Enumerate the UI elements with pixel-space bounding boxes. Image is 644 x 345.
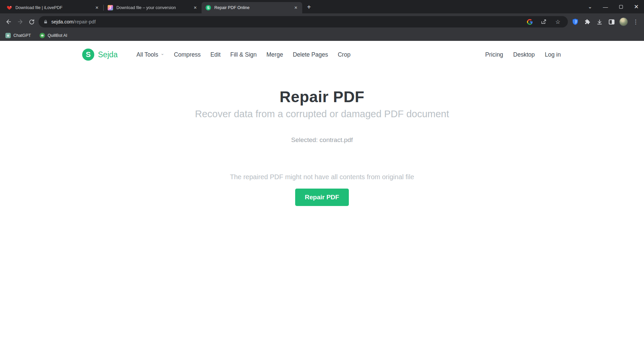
nav-link-pricing[interactable]: Pricing xyxy=(485,51,503,58)
address-bar[interactable]: sejda.com/repair-pdf ☆ xyxy=(39,16,568,27)
bookmarks-bar: ❋ ChatGPT QuillBot AI xyxy=(0,30,644,41)
tab-title: Download file – your conversion xyxy=(116,5,189,10)
nav-link-all-tools[interactable]: All Tools⌄ xyxy=(137,51,164,58)
url-text: sejda.com/repair-pdf xyxy=(51,19,96,24)
selected-file-label: Selected: contract.pdf xyxy=(0,136,644,144)
google-icon[interactable] xyxy=(524,16,535,27)
sejda-favicon: S xyxy=(206,5,211,10)
sejda-logo[interactable]: S Sejda xyxy=(82,49,118,61)
converter-icon: 2 xyxy=(108,5,113,10)
nav-left-group: S Sejda All Tools⌄ Compress Edit Fill & … xyxy=(82,49,351,61)
repair-pdf-button[interactable]: Repair PDF xyxy=(295,189,349,206)
shield-icon[interactable] xyxy=(570,16,581,27)
nav-link-login[interactable]: Log in xyxy=(545,51,561,58)
sejda-page: S Sejda All Tools⌄ Compress Edit Fill & … xyxy=(0,41,644,345)
bookmark-label: ChatGPT xyxy=(13,33,31,38)
downloads-icon[interactable] xyxy=(594,16,605,27)
url-path: /repair-pdf xyxy=(73,19,96,24)
extensions-puzzle-icon[interactable] xyxy=(582,16,593,27)
quillbot-icon xyxy=(40,33,45,38)
nav-link-crop[interactable]: Crop xyxy=(338,51,351,58)
browser-menu-icon[interactable]: ⋮ xyxy=(630,16,641,27)
forward-arrow-icon xyxy=(17,18,23,25)
browser-toolbar: sejda.com/repair-pdf ☆ ⋮ xyxy=(0,13,644,30)
new-tab-button[interactable]: + xyxy=(304,2,314,12)
tab-title: Repair PDF Online xyxy=(214,5,289,10)
heart-icon xyxy=(7,5,12,10)
close-icon[interactable]: ✕ xyxy=(94,5,100,11)
tab-repair-pdf[interactable]: S Repair PDF Online ✕ xyxy=(202,2,302,13)
sejda-logo-icon: S xyxy=(82,49,94,61)
url-host: sejda.com xyxy=(51,19,73,24)
nav-links: All Tools⌄ Compress Edit Fill & Sign Mer… xyxy=(137,51,351,58)
nav-link-fill-sign[interactable]: Fill & Sign xyxy=(230,51,257,58)
back-button[interactable] xyxy=(3,16,14,27)
sejda-brand-name: Sejda xyxy=(98,50,118,59)
page-subtitle: Recover data from a corrupted or damaged… xyxy=(0,109,644,120)
profile-avatar[interactable] xyxy=(618,16,629,27)
bookmark-chatgpt[interactable]: ❋ ChatGPT xyxy=(5,33,31,38)
nav-link-desktop[interactable]: Desktop xyxy=(513,51,535,58)
site-navigation: S Sejda All Tools⌄ Compress Edit Fill & … xyxy=(0,41,644,68)
reload-button[interactable] xyxy=(26,16,37,27)
tab-ilovepdf[interactable]: Download file | iLovePDF ✕ xyxy=(3,2,103,13)
close-icon[interactable]: ✕ xyxy=(192,5,198,11)
share-icon[interactable] xyxy=(538,16,549,27)
close-icon[interactable]: ✕ xyxy=(293,5,299,11)
forward-button[interactable] xyxy=(14,16,26,27)
minimize-button[interactable]: — xyxy=(598,0,613,13)
bookmark-star-icon[interactable]: ☆ xyxy=(552,16,563,27)
chatgpt-icon: ❋ xyxy=(5,33,11,38)
restore-icon xyxy=(619,5,623,9)
nav-link-edit[interactable]: Edit xyxy=(210,51,220,58)
page-title: Repair PDF xyxy=(0,88,644,106)
toolbar-right-group: ⋮ xyxy=(570,16,641,27)
nav-link-delete-pages[interactable]: Delete Pages xyxy=(293,51,328,58)
nav-link-compress[interactable]: Compress xyxy=(174,51,201,58)
back-arrow-icon xyxy=(5,18,12,25)
repair-warning-text: The repaired PDF might not have all cont… xyxy=(0,173,644,181)
close-window-button[interactable]: ✕ xyxy=(629,0,644,13)
lock-icon xyxy=(43,19,48,24)
nav-right-group: Pricing Desktop Log in xyxy=(485,51,561,58)
tab-strip: Download file | iLovePDF ✕ 2 Download fi… xyxy=(0,0,644,13)
tab-conversion[interactable]: 2 Download file – your conversion ✕ xyxy=(104,2,202,13)
restore-button[interactable] xyxy=(613,0,629,13)
reload-icon xyxy=(29,19,35,25)
tab-title: Download file | iLovePDF xyxy=(15,5,91,10)
main-content: Repair PDF Recover data from a corrupted… xyxy=(0,68,644,206)
side-panel-icon[interactable] xyxy=(606,16,617,27)
bookmark-quillbot[interactable]: QuillBot AI xyxy=(40,33,67,38)
nav-link-merge[interactable]: Merge xyxy=(266,51,283,58)
tab-search-chevron-icon[interactable]: ⌄ xyxy=(582,0,598,13)
bookmark-label: QuillBot AI xyxy=(48,33,67,38)
